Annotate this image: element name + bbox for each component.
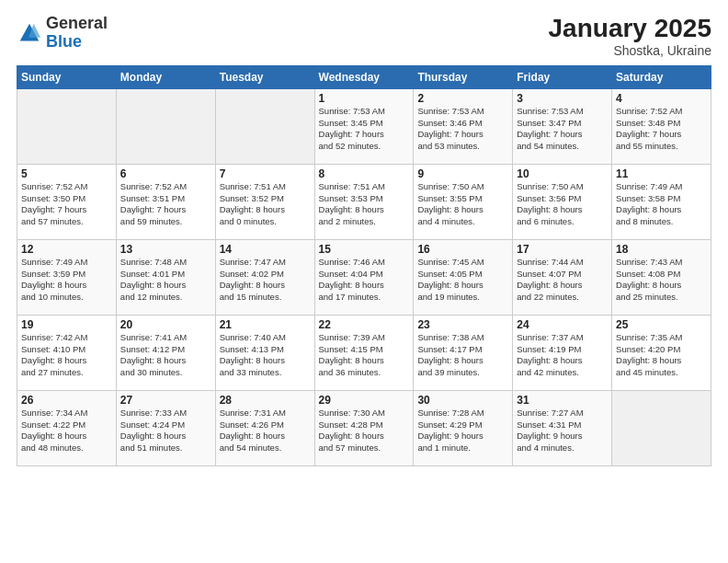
day-number: 28 <box>220 394 311 407</box>
day-number: 17 <box>517 243 608 256</box>
day-number: 6 <box>120 167 211 180</box>
day-number: 11 <box>616 167 707 180</box>
weekday-header: Thursday <box>414 65 513 88</box>
calendar-cell: 20Sunrise: 7:41 AM Sunset: 4:12 PM Dayli… <box>116 315 215 390</box>
calendar-cell: 15Sunrise: 7:46 AM Sunset: 4:04 PM Dayli… <box>314 239 414 315</box>
day-number: 26 <box>21 394 112 407</box>
day-number: 19 <box>21 318 112 331</box>
day-number: 23 <box>417 318 508 331</box>
weekday-header: Sunday <box>17 65 117 88</box>
calendar-cell: 1Sunrise: 7:53 AM Sunset: 3:45 PM Daylig… <box>314 88 414 164</box>
calendar-cell: 26Sunrise: 7:34 AM Sunset: 4:22 PM Dayli… <box>17 390 117 465</box>
calendar-cell <box>215 88 314 164</box>
day-info: Sunrise: 7:37 AM Sunset: 4:19 PM Dayligh… <box>517 332 608 379</box>
day-info: Sunrise: 7:51 AM Sunset: 3:53 PM Dayligh… <box>319 181 410 228</box>
calendar-cell: 6Sunrise: 7:52 AM Sunset: 3:51 PM Daylig… <box>116 164 215 239</box>
page: General Blue January 2025 Shostka, Ukrai… <box>0 0 728 563</box>
day-info: Sunrise: 7:49 AM Sunset: 3:59 PM Dayligh… <box>21 257 112 304</box>
calendar-cell: 16Sunrise: 7:45 AM Sunset: 4:05 PM Dayli… <box>414 239 513 315</box>
calendar-cell: 18Sunrise: 7:43 AM Sunset: 4:08 PM Dayli… <box>612 239 711 315</box>
day-info: Sunrise: 7:53 AM Sunset: 3:46 PM Dayligh… <box>417 106 508 153</box>
day-info: Sunrise: 7:27 AM Sunset: 4:31 PM Dayligh… <box>517 408 608 454</box>
day-info: Sunrise: 7:47 AM Sunset: 4:02 PM Dayligh… <box>220 257 311 304</box>
day-number: 2 <box>417 92 508 105</box>
day-number: 30 <box>417 394 508 407</box>
weekday-header-row: SundayMondayTuesdayWednesdayThursdayFrid… <box>17 65 711 88</box>
day-number: 13 <box>120 243 211 256</box>
day-number: 29 <box>319 394 410 407</box>
day-number: 25 <box>616 318 707 331</box>
day-info: Sunrise: 7:42 AM Sunset: 4:10 PM Dayligh… <box>21 332 112 379</box>
weekday-header: Monday <box>116 65 215 88</box>
day-number: 14 <box>220 243 311 256</box>
calendar-cell: 12Sunrise: 7:49 AM Sunset: 3:59 PM Dayli… <box>17 239 117 315</box>
calendar-cell <box>116 88 215 164</box>
day-info: Sunrise: 7:31 AM Sunset: 4:26 PM Dayligh… <box>220 408 311 454</box>
calendar-cell: 9Sunrise: 7:50 AM Sunset: 3:55 PM Daylig… <box>414 164 513 239</box>
day-info: Sunrise: 7:53 AM Sunset: 3:47 PM Dayligh… <box>517 106 608 153</box>
day-info: Sunrise: 7:46 AM Sunset: 4:04 PM Dayligh… <box>319 257 410 304</box>
day-number: 10 <box>517 167 608 180</box>
calendar: SundayMondayTuesdayWednesdayThursdayFrid… <box>17 65 711 466</box>
calendar-week-row: 19Sunrise: 7:42 AM Sunset: 4:10 PM Dayli… <box>17 315 711 390</box>
day-number: 5 <box>21 167 112 180</box>
logo-text: General Blue <box>46 15 108 52</box>
calendar-week-row: 5Sunrise: 7:52 AM Sunset: 3:50 PM Daylig… <box>17 164 711 239</box>
day-info: Sunrise: 7:38 AM Sunset: 4:17 PM Dayligh… <box>417 332 508 379</box>
day-info: Sunrise: 7:45 AM Sunset: 4:05 PM Dayligh… <box>417 257 508 304</box>
day-info: Sunrise: 7:52 AM Sunset: 3:48 PM Dayligh… <box>616 106 707 153</box>
weekday-header: Saturday <box>612 65 711 88</box>
calendar-cell: 3Sunrise: 7:53 AM Sunset: 3:47 PM Daylig… <box>513 88 612 164</box>
day-number: 4 <box>616 92 707 105</box>
calendar-week-row: 1Sunrise: 7:53 AM Sunset: 3:45 PM Daylig… <box>17 88 711 164</box>
day-info: Sunrise: 7:52 AM Sunset: 3:50 PM Dayligh… <box>21 181 112 228</box>
day-info: Sunrise: 7:40 AM Sunset: 4:13 PM Dayligh… <box>220 332 311 379</box>
day-info: Sunrise: 7:51 AM Sunset: 3:52 PM Dayligh… <box>220 181 311 228</box>
day-info: Sunrise: 7:50 AM Sunset: 3:55 PM Dayligh… <box>417 181 508 228</box>
day-info: Sunrise: 7:48 AM Sunset: 4:01 PM Dayligh… <box>120 257 211 304</box>
calendar-cell: 5Sunrise: 7:52 AM Sunset: 3:50 PM Daylig… <box>17 164 117 239</box>
calendar-week-row: 26Sunrise: 7:34 AM Sunset: 4:22 PM Dayli… <box>17 390 711 465</box>
day-info: Sunrise: 7:35 AM Sunset: 4:20 PM Dayligh… <box>616 332 707 379</box>
calendar-cell: 22Sunrise: 7:39 AM Sunset: 4:15 PM Dayli… <box>314 315 414 390</box>
day-number: 12 <box>21 243 112 256</box>
day-info: Sunrise: 7:52 AM Sunset: 3:51 PM Dayligh… <box>120 181 211 228</box>
day-number: 1 <box>319 92 410 105</box>
day-number: 18 <box>616 243 707 256</box>
day-number: 20 <box>120 318 211 331</box>
day-info: Sunrise: 7:39 AM Sunset: 4:15 PM Dayligh… <box>319 332 410 379</box>
calendar-cell: 17Sunrise: 7:44 AM Sunset: 4:07 PM Dayli… <box>513 239 612 315</box>
weekday-header: Tuesday <box>215 65 314 88</box>
day-number: 31 <box>517 394 608 407</box>
calendar-cell: 10Sunrise: 7:50 AM Sunset: 3:56 PM Dayli… <box>513 164 612 239</box>
logo-general: General <box>46 14 108 32</box>
calendar-week-row: 12Sunrise: 7:49 AM Sunset: 3:59 PM Dayli… <box>17 239 711 315</box>
header: General Blue January 2025 Shostka, Ukrai… <box>17 15 711 58</box>
day-info: Sunrise: 7:33 AM Sunset: 4:24 PM Dayligh… <box>120 408 211 454</box>
calendar-cell: 19Sunrise: 7:42 AM Sunset: 4:10 PM Dayli… <box>17 315 117 390</box>
calendar-cell: 25Sunrise: 7:35 AM Sunset: 4:20 PM Dayli… <box>612 315 711 390</box>
day-number: 15 <box>319 243 410 256</box>
calendar-cell: 29Sunrise: 7:30 AM Sunset: 4:28 PM Dayli… <box>314 390 414 465</box>
weekday-header: Friday <box>513 65 612 88</box>
calendar-cell: 2Sunrise: 7:53 AM Sunset: 3:46 PM Daylig… <box>414 88 513 164</box>
calendar-cell: 11Sunrise: 7:49 AM Sunset: 3:58 PM Dayli… <box>612 164 711 239</box>
month-title: January 2025 <box>549 15 711 43</box>
calendar-cell: 7Sunrise: 7:51 AM Sunset: 3:52 PM Daylig… <box>215 164 314 239</box>
day-info: Sunrise: 7:49 AM Sunset: 3:58 PM Dayligh… <box>616 181 707 228</box>
calendar-cell: 27Sunrise: 7:33 AM Sunset: 4:24 PM Dayli… <box>116 390 215 465</box>
day-number: 3 <box>517 92 608 105</box>
calendar-cell <box>612 390 711 465</box>
calendar-cell: 31Sunrise: 7:27 AM Sunset: 4:31 PM Dayli… <box>513 390 612 465</box>
day-info: Sunrise: 7:50 AM Sunset: 3:56 PM Dayligh… <box>517 181 608 228</box>
day-number: 8 <box>319 167 410 180</box>
day-number: 27 <box>120 394 211 407</box>
title-block: January 2025 Shostka, Ukraine <box>549 15 711 58</box>
day-number: 9 <box>417 167 508 180</box>
day-number: 21 <box>220 318 311 331</box>
day-info: Sunrise: 7:53 AM Sunset: 3:45 PM Dayligh… <box>319 106 410 153</box>
calendar-cell: 4Sunrise: 7:52 AM Sunset: 3:48 PM Daylig… <box>612 88 711 164</box>
day-number: 7 <box>220 167 311 180</box>
day-info: Sunrise: 7:34 AM Sunset: 4:22 PM Dayligh… <box>21 408 112 454</box>
day-number: 22 <box>319 318 410 331</box>
